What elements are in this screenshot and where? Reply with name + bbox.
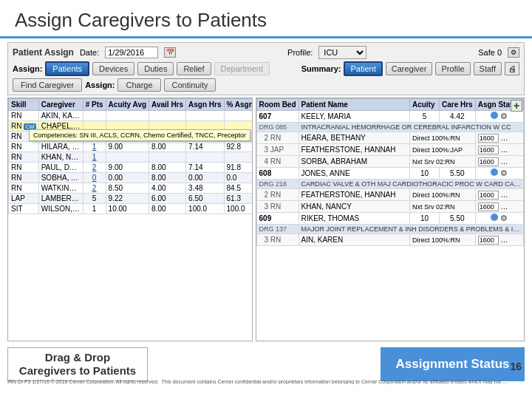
col-acuity: Acuity <box>409 99 439 111</box>
panel-title: Patient Assign <box>13 47 74 58</box>
summary-caregiver-btn[interactable]: Caregiver <box>386 62 433 75</box>
table-row[interactable]: 608 JONES, ANNE 10 5.50 ⚙ <box>256 168 523 180</box>
continuity-btn[interactable]: Continuity <box>164 78 216 92</box>
assign-label: Assign: <box>13 64 42 73</box>
action-icon3[interactable]: ⚙ <box>500 214 508 222</box>
action-icon[interactable]: ⚙ <box>500 112 508 120</box>
table-row[interactable]: SIT WILSON, MARIE 1 10.00 8.00 100.0 100… <box>9 204 253 214</box>
table-row[interactable]: 2 RN HEARA, BETHANY Direct 100%:RN ✕ <box>256 132 523 144</box>
col-pts: # Pts <box>83 99 106 111</box>
table-row[interactable]: RN AKIN, KAREN 1500 2300 <box>9 111 253 121</box>
safe-label: Safe 0 <box>478 48 502 57</box>
drag-drop-box: Drag & Drop Caregivers to Patients <box>7 347 148 381</box>
devices-tab-btn[interactable]: Devices <box>92 62 134 75</box>
summary-patient-btn[interactable]: Patient <box>344 61 382 76</box>
assignment-status-box: Assignment Status <box>381 347 525 381</box>
table-row[interactable]: RN SOBHA, ABRAHAM 0 0.00 8.00 0.00 0.0 1… <box>9 173 253 183</box>
caregiver-tooltip: Competencies: SN III, ACLS, CCRN, Chemo … <box>29 129 250 141</box>
table-row[interactable]: 607 KEELY, MARIA 5 4.42 ⚙ <box>256 111 523 123</box>
col-patient-name: Patient Name <box>299 99 409 111</box>
col-room-bed: Room Bed <box>256 99 299 111</box>
table-row[interactable]: RN HILARA, BETHANY 1 9.00 8.00 7.14 92.8… <box>9 142 253 152</box>
table-row: DRG 216 CARDIAC VALVE & OTH MAJ CARDIOTH… <box>256 180 523 189</box>
table-row[interactable]: RN WATKINSON, REBECC... 2 8.50 4.00 3.48… <box>9 183 253 194</box>
assignment-status-label: Assignment Status <box>396 357 510 372</box>
table-row: DRG 137 MAJOR JOINT REPLACEMENT & INH DI… <box>256 225 523 234</box>
right-table-container: + Room Bed Patient Name Acuity Care Hrs … <box>256 98 525 341</box>
table-row[interactable]: RN PAUL, DONNA 2 9.00 8.00 7.14 91.8 150… <box>9 163 253 173</box>
summary-profile-btn[interactable]: Profile <box>435 62 470 75</box>
assign-label2: Assign: <box>85 81 115 89</box>
print-icon[interactable]: 🖨 <box>505 62 519 75</box>
summary-staff-btn[interactable]: Staff <box>474 62 502 75</box>
relief-tab-btn[interactable]: Relief <box>177 62 211 75</box>
summary-label: Summary: <box>301 64 341 73</box>
footer-text: IRN DI P3 1/27/16 © 2016 Cerner Corporat… <box>7 379 510 384</box>
table-row: DRG 085 INTRACRANIAL HEMORRHAGE OR CEREB… <box>256 123 523 132</box>
table-row[interactable]: 609 RIKER, THOMAS 10 5.50 ⚙ <box>256 213 523 225</box>
col-acuity: Acuity Avg <box>106 99 149 111</box>
table-row[interactable]: 4 RN SORBA, ABRAHAM Nxt Srv 02:RN ✕ <box>256 156 523 168</box>
duties-tab-btn[interactable]: Duties <box>137 62 174 75</box>
col-asgn-hrs: Asgn Hrs <box>186 99 224 111</box>
patient-table: Room Bed Patient Name Acuity Care Hrs As… <box>256 98 524 246</box>
col-avail: Avail Hrs <box>149 99 186 111</box>
department-tab-btn[interactable]: Department <box>214 62 270 75</box>
page-title: Assign Caregivers to Patients <box>15 9 517 32</box>
col-pct: % Asgn <box>224 99 253 111</box>
profile-label: Profile: <box>287 48 313 57</box>
profile-select[interactable]: ICU <box>318 46 366 59</box>
col-skill: Skill <box>9 99 39 111</box>
patients-tab-btn[interactable]: Patients <box>45 61 89 76</box>
add-row-btn[interactable]: + <box>511 100 522 112</box>
table-row[interactable]: 3 JAP FEATHERSTONE, HANNAH Direct 100%:J… <box>256 144 523 156</box>
page-header: Assign Caregivers to Patients <box>0 0 532 38</box>
table-row[interactable]: 3 RN AIN, KAREN Direct 100%:RN ✕ <box>256 234 523 246</box>
col-caregiver: Caregiver <box>38 99 83 111</box>
calendar-icon[interactable]: 📅 <box>164 47 176 58</box>
table-row[interactable]: 3 RN KHAN, NANCY Nxt Srv 02:RN ✕ <box>256 201 523 213</box>
find-caregiver-btn[interactable]: Find Caregiver <box>13 78 82 92</box>
charge-btn[interactable]: Charge <box>117 78 160 92</box>
settings-icon[interactable]: ⚙ <box>508 47 519 58</box>
action-icon2[interactable]: ⚙ <box>500 168 508 177</box>
table-row[interactable]: RN KHAN, NANCY 1 1500 2300 <box>9 152 253 163</box>
table-row[interactable]: LAP LAMBERTONE, L... 5 9.22 6.00 6.50 61… <box>9 194 253 204</box>
col-care-hrs: Care Hrs <box>439 99 475 111</box>
date-label: Date: <box>80 48 99 57</box>
table-row[interactable]: 2 RN FEATHERSTONE, HANNAH Direct 100%:RN… <box>256 189 523 201</box>
left-table-container: Skill Caregiver # Pts Acuity Avg Avail H… <box>7 98 253 341</box>
page-number: 16 <box>510 361 522 372</box>
date-input[interactable] <box>105 47 158 58</box>
patient-assign-panel: Patient Assign Date: 📅 Profile: ICU Safe… <box>7 42 525 95</box>
caregiver-table: Skill Caregiver # Pts Acuity Avg Avail H… <box>8 98 253 214</box>
